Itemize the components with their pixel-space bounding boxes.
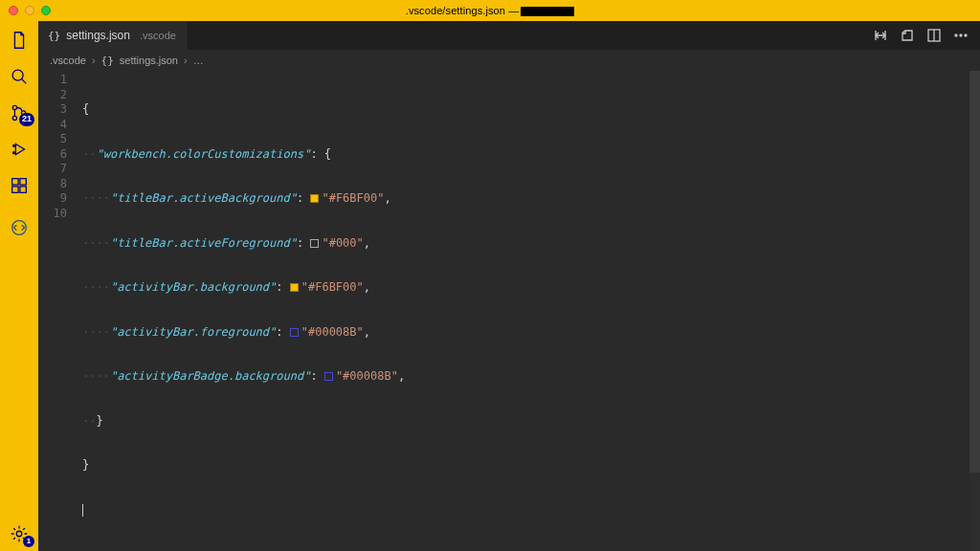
svg-point-2 (12, 116, 16, 120)
code-token: "#000" (322, 236, 363, 252)
svg-point-0 (12, 70, 23, 80)
code-token: , (364, 236, 370, 252)
svg-rect-9 (20, 179, 26, 185)
extensions-icon[interactable] (8, 174, 31, 197)
svg-rect-6 (12, 179, 18, 185)
code-token: "#F6BF00" (322, 191, 384, 207)
breadcrumb-seg-file[interactable]: settings.json (120, 55, 178, 66)
code-content[interactable]: { ··"workbench.colorCustomizations": { ·… (78, 71, 980, 551)
manage-badge: 1 (23, 536, 34, 547)
svg-point-1 (12, 105, 16, 109)
line-number: 9 (38, 191, 67, 207)
tab-bar: {} settings.json .vscode (38, 21, 980, 50)
code-token: , (384, 191, 390, 207)
code-token: , (398, 369, 405, 385)
svg-point-4 (13, 144, 15, 146)
scrollbar-thumb[interactable] (969, 71, 980, 473)
color-swatch-icon[interactable] (290, 328, 299, 337)
svg-point-15 (965, 34, 967, 36)
code-token: "titleBar.activeBackground" (110, 191, 297, 207)
color-swatch-icon[interactable] (310, 239, 319, 248)
code-token: : { (310, 147, 331, 163)
whitespace: ···· (82, 191, 110, 207)
whitespace: ···· (82, 280, 110, 296)
svg-point-13 (955, 34, 957, 36)
window-title: .vscode/settings.json — (0, 5, 980, 16)
whitespace: ···· (82, 325, 110, 341)
line-number: 4 (38, 118, 67, 133)
zoom-window-icon[interactable] (41, 6, 51, 15)
line-number: 10 (38, 207, 67, 222)
whitespace: ···· (82, 369, 110, 385)
source-control-icon[interactable]: 21 (8, 101, 31, 124)
line-number: 8 (38, 177, 67, 192)
code-token: "activityBar.background" (110, 280, 276, 296)
code-token: "activityBar.foreground" (110, 325, 276, 341)
svg-rect-8 (20, 187, 26, 192)
whitespace: ·· (82, 414, 96, 430)
chevron-right-icon: › (184, 55, 188, 66)
code-token: "#00008B" (301, 325, 364, 341)
open-changes-icon[interactable] (900, 28, 915, 43)
code-token: "#F6BF00" (301, 280, 364, 296)
line-number: 7 (38, 162, 67, 177)
source-control-badge: 21 (19, 113, 34, 126)
window-controls (0, 6, 51, 15)
line-number: 1 (38, 73, 67, 88)
json-file-icon: {} (101, 55, 114, 67)
scrollbar-vertical[interactable] (969, 71, 980, 551)
line-number: 3 (38, 102, 67, 118)
window-title-path: .vscode/settings.json — (406, 5, 519, 16)
color-swatch-icon[interactable] (324, 372, 333, 381)
tab-directory: .vscode (136, 30, 176, 41)
svg-rect-7 (12, 187, 18, 192)
minimize-window-icon[interactable] (25, 6, 34, 15)
split-editor-icon[interactable] (926, 28, 942, 43)
more-actions-icon[interactable] (953, 28, 969, 43)
remote-icon[interactable] (8, 216, 31, 239)
text-editor[interactable]: 1 2 3 4 5 6 7 8 9 10 { ··"workbench.colo… (38, 71, 980, 551)
code-token: "titleBar.activeForeground" (110, 236, 297, 252)
line-number-gutter: 1 2 3 4 5 6 7 8 9 10 (38, 71, 78, 551)
tab-settings-json[interactable]: {} settings.json .vscode (38, 21, 189, 50)
tab-filename: settings.json (66, 29, 130, 42)
breadcrumb-seg-symbol[interactable]: … (193, 55, 204, 66)
editor-actions (873, 21, 980, 50)
line-number: 5 (38, 132, 67, 147)
json-file-icon: {} (48, 30, 60, 42)
title-bar: .vscode/settings.json — (0, 0, 980, 21)
breadcrumb[interactable]: .vscode › {} settings.json › … (38, 50, 980, 71)
svg-point-5 (13, 152, 15, 154)
activity-bar: 21 1 (0, 21, 38, 551)
editor-group: {} settings.json .vscode (38, 21, 980, 551)
code-token: { (82, 102, 89, 118)
code-token: "activityBarBadge.background" (110, 369, 311, 385)
line-number: 2 (38, 88, 67, 103)
color-swatch-icon[interactable] (310, 194, 319, 203)
text-cursor (82, 504, 83, 517)
code-token: "#00008B" (336, 369, 398, 385)
code-token: , (364, 280, 370, 296)
breadcrumb-seg-folder[interactable]: .vscode (50, 55, 86, 66)
code-token: "workbench.colorCustomizations" (96, 147, 310, 163)
code-token: , (364, 325, 370, 341)
svg-point-14 (960, 34, 962, 36)
svg-point-11 (16, 531, 22, 537)
close-window-icon[interactable] (9, 6, 18, 15)
whitespace: ···· (82, 236, 110, 252)
chevron-right-icon: › (92, 55, 96, 66)
color-swatch-icon[interactable] (290, 283, 299, 292)
code-token: } (96, 414, 102, 430)
search-icon[interactable] (8, 65, 31, 88)
code-token: } (82, 458, 89, 474)
explorer-icon[interactable] (8, 29, 31, 52)
run-debug-icon[interactable] (8, 138, 31, 161)
line-number: 6 (38, 147, 67, 163)
whitespace: ·· (82, 147, 96, 163)
compare-changes-icon[interactable] (873, 28, 888, 43)
window-title-redacted (521, 7, 574, 16)
manage-gear-icon[interactable]: 1 (8, 522, 31, 545)
